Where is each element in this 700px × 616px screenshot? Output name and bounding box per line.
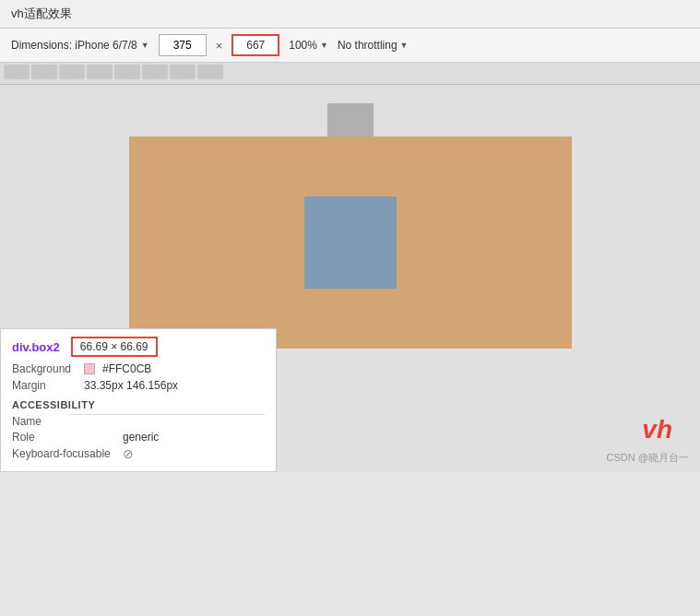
color-swatch	[84, 363, 95, 374]
acc-keyboard-label: Keyboard-focusable	[12, 447, 123, 460]
dimensions-selector[interactable]: Dimensions: iPhone 6/7/8 ▼	[11, 39, 149, 52]
inner-box	[304, 196, 397, 289]
page-content	[129, 136, 572, 349]
margin-row: Margin 33.35px 146.156px	[12, 379, 265, 392]
margin-label: Margin	[12, 379, 77, 392]
accessibility-title: ACCESSIBILITY	[12, 399, 265, 410]
throttle-label: No throttling	[338, 39, 397, 52]
throttle-chevron-icon: ▼	[400, 41, 409, 50]
zoom-value: 100%	[289, 39, 317, 52]
name-row: Name	[12, 415, 265, 428]
height-input[interactable]	[231, 34, 279, 56]
dimensions-chevron-icon: ▼	[141, 41, 149, 50]
inspector-panel: div.box2 66.69 × 66.69 Background #FFC0C…	[0, 328, 277, 472]
background-value: #FFC0CB	[102, 362, 151, 375]
background-row: Background #FFC0CB	[12, 362, 265, 375]
scroll-tab-1	[4, 65, 30, 79]
background-label: Background	[12, 362, 77, 375]
watermark: CSDN @晓月台一	[607, 451, 689, 465]
vh-text: vh	[642, 415, 672, 444]
element-size: 66.69 × 66.69	[71, 337, 158, 357]
zoom-selector[interactable]: 100% ▼	[289, 39, 328, 52]
keyboard-row: Keyboard-focusable ⊘	[12, 446, 265, 461]
scroll-tab-2	[31, 65, 57, 79]
width-input[interactable]	[159, 34, 207, 56]
dimensions-label: Dimensions: iPhone 6/7/8	[11, 39, 137, 52]
title-bar: vh适配效果	[0, 0, 700, 29]
dimension-separator: ×	[216, 39, 223, 53]
tab-bar	[0, 63, 700, 85]
scroll-tab-5	[114, 65, 140, 79]
acc-keyboard-value: ⊘	[123, 446, 134, 461]
viewport-area: vh div.box2 66.69 × 66.69 Background #FF…	[0, 85, 700, 472]
top-bar-indicator	[327, 103, 374, 136]
acc-role-value: generic	[123, 431, 159, 444]
scroll-tab-7	[170, 65, 196, 79]
scroll-tab-3	[59, 65, 85, 79]
acc-role-label: Role	[12, 431, 123, 444]
devtools-toolbar: Dimensions: iPhone 6/7/8 ▼ × 100% ▼ No t…	[0, 29, 700, 63]
scroll-tab-8	[197, 65, 223, 79]
scroll-tab-4	[87, 65, 113, 79]
page-title: vh适配效果	[11, 6, 72, 20]
scroll-tabs	[0, 63, 227, 84]
scroll-tab-6	[142, 65, 168, 79]
acc-name-label: Name	[12, 415, 123, 428]
zoom-chevron-icon: ▼	[320, 41, 328, 50]
inspector-header: div.box2 66.69 × 66.69	[12, 337, 265, 357]
element-name: div.box2	[12, 340, 60, 354]
margin-value: 33.35px 146.156px	[84, 379, 178, 392]
role-row: Role generic	[12, 431, 265, 444]
throttle-selector[interactable]: No throttling ▼	[338, 39, 409, 52]
